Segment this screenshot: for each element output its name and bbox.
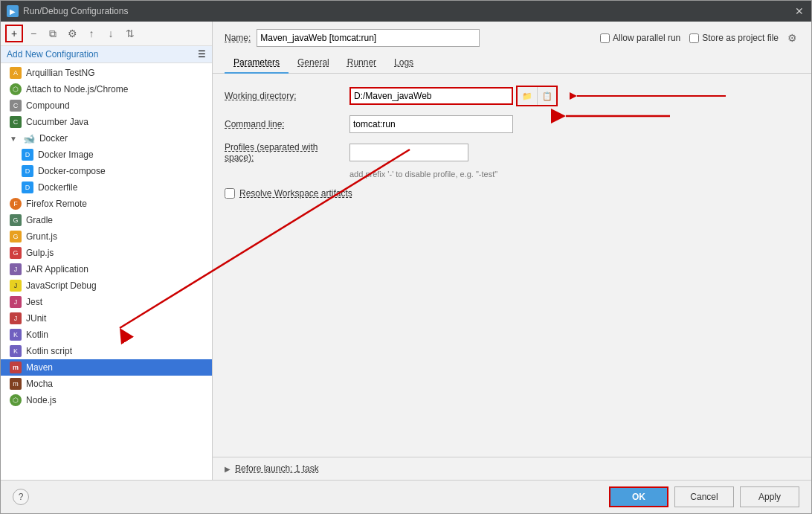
js-debug-icon: J <box>10 280 22 292</box>
remove-config-button[interactable]: − <box>25 25 42 42</box>
cucumber-icon: C <box>10 116 22 128</box>
jest-icon: J <box>10 296 22 308</box>
list-item[interactable]: ⬡ Attach to Node.js/Chrome <box>1 81 212 97</box>
list-item-firefox[interactable]: F Firefox Remote <box>1 196 212 212</box>
list-item-docker-compose[interactable]: D Docker-compose <box>1 163 212 179</box>
gradle-icon: G <box>10 214 22 226</box>
list-item-kotlin[interactable]: K Kotlin <box>1 327 212 343</box>
arrow-svg <box>570 89 733 103</box>
close-button[interactable]: ✕ <box>793 5 805 17</box>
move-down-button[interactable]: ↓ <box>102 25 120 42</box>
bottom-bar: ? OK Cancel Apply <box>1 480 811 513</box>
list-item-grunt[interactable]: G Grunt.js <box>1 228 212 245</box>
list-item-junit[interactable]: J JUnit <box>1 310 212 327</box>
name-input[interactable] <box>257 29 480 47</box>
copy-config-button[interactable]: ⧉ <box>44 25 62 42</box>
tab-logs[interactable]: Logs <box>385 53 422 74</box>
profiles-input[interactable] <box>349 144 468 161</box>
jar-icon: J <box>10 263 22 275</box>
profiles-hint-wrapper: add prefix '-' to disable profile, e.g. … <box>349 169 497 179</box>
tab-runner[interactable]: Runner <box>338 53 385 74</box>
browse-folder-button[interactable]: 📁 <box>518 87 537 105</box>
command-line-label: Command line: <box>225 119 344 129</box>
allow-parallel-checkbox[interactable]: Allow parallel run <box>600 33 680 43</box>
nodejs-attach-icon: ⬡ <box>10 83 22 95</box>
browse-variable-button[interactable]: 📋 <box>537 87 556 105</box>
docker-image-icon: D <box>22 149 33 161</box>
browse-buttons-group: 📁 📋 <box>516 86 558 106</box>
add-new-config-label: Add New Configuration <box>7 49 98 60</box>
maven-icon: m <box>10 362 22 373</box>
list-item[interactable]: A Arquillian TestNG <box>1 65 212 81</box>
grunt-icon: G <box>10 231 22 242</box>
list-item-nodejs[interactable]: ⬡ Node.js <box>1 392 212 408</box>
left-panel: + − ⧉ ⚙ ↑ ↓ ⇅ Add New Configuration ☰ A … <box>1 22 213 480</box>
resolve-row: Resolve Workspace artifacts <box>225 188 799 199</box>
mocha-icon: m <box>10 378 22 390</box>
name-row: Name: Allow parallel run Store as projec… <box>213 22 811 53</box>
item-label: Compound <box>26 100 70 111</box>
item-label: Maven <box>26 362 53 373</box>
command-line-row: Command line: <box>225 115 799 133</box>
list-item-kotlin-script[interactable]: K Kotlin script <box>1 343 212 359</box>
name-options: Allow parallel run Store as project file… <box>600 32 799 44</box>
tab-parameters[interactable]: Parameters <box>225 53 289 74</box>
item-label: Kotlin script <box>26 346 72 356</box>
item-label: JavaScript Debug <box>26 280 97 291</box>
apply-button[interactable]: Apply <box>740 486 799 507</box>
before-launch-label[interactable]: Before launch: 1 task <box>235 463 319 474</box>
gulp-icon: G <box>10 247 22 259</box>
command-line-input[interactable] <box>349 115 513 133</box>
store-as-project-input[interactable] <box>689 33 699 43</box>
move-up-button[interactable]: ↑ <box>83 25 100 42</box>
folder-toggle-icon: ▼ <box>10 135 17 143</box>
item-label: Gradle <box>26 215 53 225</box>
list-item-docker-image[interactable]: D Docker Image <box>1 147 212 163</box>
title-bar: ▶ Run/Debug Configurations ✕ <box>1 1 811 22</box>
store-as-project-checkbox[interactable]: Store as project file <box>689 33 779 43</box>
working-dir-input[interactable] <box>349 87 513 105</box>
cancel-button[interactable]: Cancel <box>674 486 734 507</box>
window-title: Run/Debug Configurations <box>23 6 128 16</box>
ok-button[interactable]: OK <box>609 486 668 507</box>
tab-general[interactable]: General <box>289 53 338 74</box>
list-item-mocha[interactable]: m Mocha <box>1 376 212 392</box>
list-item-jest[interactable]: J Jest <box>1 294 212 310</box>
list-item-dockerfile[interactable]: D Dockerfile <box>1 179 212 196</box>
title-bar-left: ▶ Run/Debug Configurations <box>7 5 128 17</box>
item-label: Docker Image <box>38 150 94 160</box>
list-item-js-debug[interactable]: J JavaScript Debug <box>1 277 212 294</box>
list-item-docker-folder[interactable]: ▼ 🐋 Docker <box>1 130 212 147</box>
profiles-input-row: Profiles (separated with space): <box>225 142 468 163</box>
help-button[interactable]: ? <box>13 489 29 505</box>
config-list: A Arquillian TestNG ⬡ Attach to Node.js/… <box>1 63 212 480</box>
main-content: + − ⧉ ⚙ ↑ ↓ ⇅ Add New Configuration ☰ A … <box>1 22 811 480</box>
list-item-gulp[interactable]: G Gulp.js <box>1 245 212 261</box>
docker-compose-icon: D <box>22 165 33 177</box>
resolve-checkbox[interactable] <box>225 188 235 199</box>
list-item-gradle[interactable]: G Gradle <box>1 212 212 228</box>
sort-button[interactable]: ⇅ <box>121 25 139 42</box>
list-item-jar[interactable]: J JAR Application <box>1 261 212 277</box>
name-label: Name: <box>225 33 251 43</box>
add-new-config-bar[interactable]: Add New Configuration ☰ <box>1 46 212 63</box>
item-label: Dockerfile <box>38 182 77 193</box>
allow-parallel-input[interactable] <box>600 33 610 43</box>
item-label: Node.js <box>26 395 57 405</box>
before-launch-expand-icon[interactable]: ▶ <box>225 465 231 473</box>
list-item-cucumber[interactable]: C Cucumber Java <box>1 114 212 130</box>
working-dir-input-group: 📁 📋 <box>349 86 558 106</box>
settings-config-button[interactable]: ⚙ <box>63 25 81 42</box>
item-label: Firefox Remote <box>26 199 87 209</box>
add-config-button[interactable]: + <box>5 25 23 42</box>
profiles-hint: add prefix '-' to disable profile, e.g. … <box>349 170 497 179</box>
item-label: JUnit <box>26 313 46 324</box>
nodejs-icon: ⬡ <box>10 394 22 406</box>
list-item-maven[interactable]: m Maven <box>1 359 212 376</box>
left-toolbar: + − ⧉ ⚙ ↑ ↓ ⇅ <box>1 22 212 46</box>
item-label: Grunt.js <box>26 231 57 242</box>
dockerfile-icon: D <box>22 181 33 193</box>
list-item[interactable]: C Compound <box>1 97 212 114</box>
gear-icon[interactable]: ⚙ <box>787 32 799 44</box>
item-label: Attach to Node.js/Chrome <box>26 84 128 94</box>
